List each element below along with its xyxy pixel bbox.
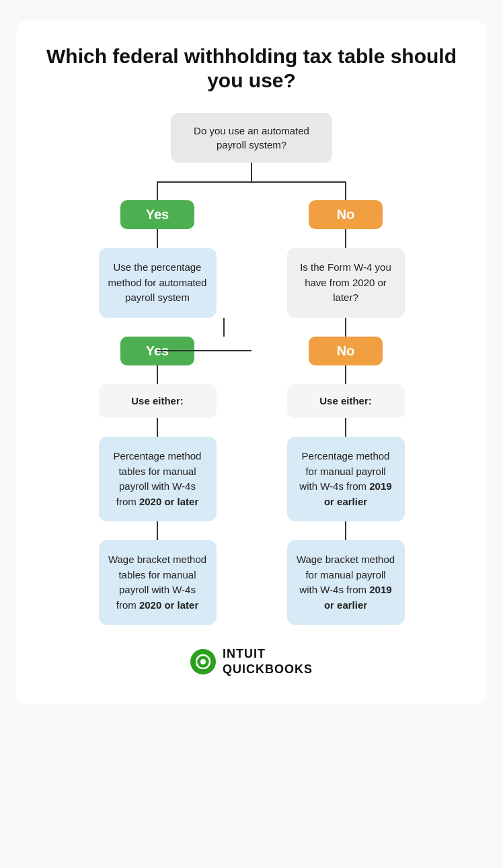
right-use-either-box: Use either: bbox=[287, 384, 405, 419]
footer-product: quickbooks bbox=[223, 662, 313, 677]
left-option1-bold: 2020 or later bbox=[139, 496, 198, 507]
right-v6 bbox=[345, 521, 346, 540]
left-v-col-3 bbox=[90, 365, 225, 384]
v-lines-row-5 bbox=[90, 521, 413, 540]
left-option1-col: Percentage method tables for manual payr… bbox=[90, 437, 225, 521]
use-either-row: Use either: Use either: bbox=[90, 384, 413, 419]
right-v4 bbox=[345, 365, 346, 384]
flowchart: Do you use an automated payroll system? … bbox=[32, 113, 471, 625]
footer-brand: INTUIT bbox=[223, 646, 313, 662]
right-info-col: Is the Form W-4 you have from 2020 or la… bbox=[278, 248, 413, 318]
right-option1-col: Percentage method for manual payroll wit… bbox=[278, 437, 413, 521]
right-use-either-col: Use either: bbox=[278, 384, 413, 419]
right-option1-text: Percentage method for manual payroll wit… bbox=[299, 450, 391, 507]
right-v-col-2 bbox=[278, 318, 413, 337]
left-branch-1 bbox=[90, 181, 225, 200]
left-v-col-4 bbox=[90, 418, 225, 437]
start-question-box: Do you use an automated payroll system? bbox=[171, 113, 332, 163]
right-option2-bold: 2019 or earlier bbox=[324, 584, 392, 611]
quickbooks-logo bbox=[190, 649, 216, 675]
left-yes-col: Yes bbox=[90, 200, 225, 229]
connector-v1 bbox=[251, 163, 252, 181]
right-option2-box: Wage bracket method for manual payroll w… bbox=[287, 540, 405, 625]
right-v5 bbox=[345, 418, 346, 437]
second-yes-no-container: Yes No bbox=[90, 337, 413, 365]
right-question-box: Is the Form W-4 you have from 2020 or la… bbox=[287, 248, 405, 318]
right-option2-text: Wage bracket method for manual payroll w… bbox=[297, 554, 395, 611]
svg-point-1 bbox=[200, 659, 206, 664]
option1-row: Percentage method tables for manual payr… bbox=[90, 437, 413, 521]
right-v-line-1 bbox=[345, 181, 346, 200]
second-no-col: No bbox=[278, 337, 413, 365]
page-title: Which federal withholding tax table shou… bbox=[32, 44, 471, 93]
right-use-either-text: Use either: bbox=[319, 395, 372, 406]
yes-button-1: Yes bbox=[120, 200, 194, 229]
left-v-col bbox=[90, 229, 225, 248]
right-v-col-3 bbox=[278, 365, 413, 384]
start-question-text: Do you use an automated payroll system? bbox=[194, 125, 309, 150]
left-option2-col: Wage bracket method tables for manual pa… bbox=[90, 540, 225, 625]
right-no-col: No bbox=[278, 200, 413, 229]
left-option2-bold: 2020 or later bbox=[139, 599, 198, 611]
right-v-col-5 bbox=[278, 521, 413, 540]
right-option2-col: Wage bracket method for manual payroll w… bbox=[278, 540, 413, 625]
footer: INTUIT quickbooks bbox=[190, 646, 313, 678]
main-card: Which federal withholding tax table shou… bbox=[16, 20, 487, 705]
h-line-1 bbox=[157, 181, 346, 183]
v-lines-row-1 bbox=[90, 229, 413, 248]
left-option1-box: Percentage method tables for manual payr… bbox=[99, 437, 217, 521]
left-v-line-1 bbox=[157, 181, 158, 200]
footer-brand-text: INTUIT quickbooks bbox=[223, 646, 313, 678]
right-option1-bold: 2019 or earlier bbox=[324, 480, 392, 507]
h-connector-2 bbox=[157, 350, 252, 351]
v-lines-row-3 bbox=[90, 365, 413, 384]
left-option2-box: Wage bracket method tables for manual pa… bbox=[99, 540, 217, 625]
h-connector-1 bbox=[90, 181, 413, 200]
right-v-col bbox=[278, 229, 413, 248]
no-button-1: No bbox=[309, 200, 383, 229]
v-lines-row-4 bbox=[90, 418, 413, 437]
left-v5 bbox=[157, 418, 158, 437]
left-info-box: Use the percentage method for automated … bbox=[99, 248, 217, 318]
yes-no-row-1: Yes No bbox=[90, 200, 413, 229]
left-option1-text: Percentage method tables for manual payr… bbox=[114, 450, 202, 507]
left-info-col: Use the percentage method for automated … bbox=[90, 248, 225, 318]
right-v3 bbox=[345, 318, 346, 337]
left-v-col-2 bbox=[90, 318, 225, 337]
left-option2-text: Wage bracket method tables for manual pa… bbox=[108, 554, 206, 611]
left-v6 bbox=[157, 521, 158, 540]
info-boxes-row-1: Use the percentage method for automated … bbox=[90, 248, 413, 318]
right-v2 bbox=[345, 229, 346, 248]
v-lines-row-2 bbox=[90, 318, 413, 337]
option2-row: Wage bracket method tables for manual pa… bbox=[90, 540, 413, 625]
no-button-2: No bbox=[309, 337, 383, 365]
left-v2 bbox=[157, 229, 158, 248]
right-option1-box: Percentage method for manual payroll wit… bbox=[287, 437, 405, 521]
left-use-either-col: Use either: bbox=[90, 384, 225, 419]
left-use-either-box: Use either: bbox=[99, 384, 217, 419]
left-v4 bbox=[157, 365, 158, 384]
right-branch-1 bbox=[278, 181, 413, 200]
left-v-col-5 bbox=[90, 521, 225, 540]
left-use-either-text: Use either: bbox=[131, 395, 184, 406]
right-v-col-4 bbox=[278, 418, 413, 437]
